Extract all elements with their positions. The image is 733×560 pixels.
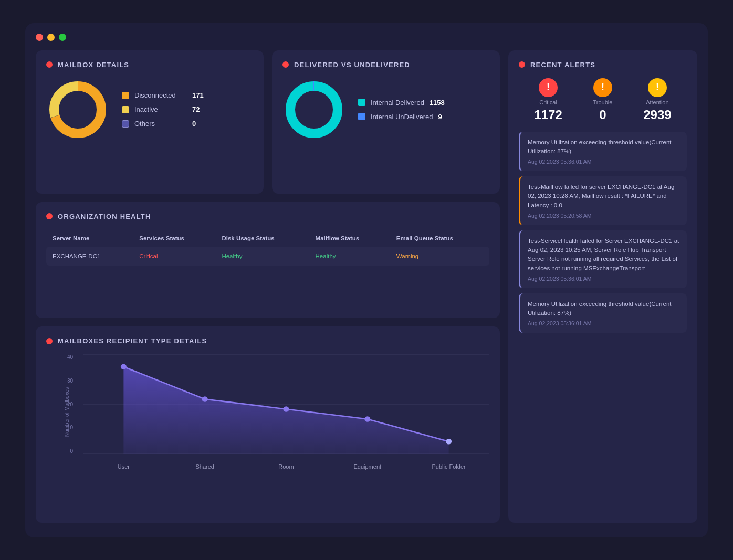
alert-item-3[interactable]: Test-ServiceHealth failed for Server EXC… bbox=[519, 230, 687, 288]
alerts-dot bbox=[519, 61, 525, 68]
critical-count: 1172 bbox=[534, 108, 562, 122]
int-delivered-label: Internal Delivered bbox=[371, 99, 424, 107]
x-label-room: Room bbox=[246, 463, 327, 470]
delivered-card: DELIVERED VS UNDELIVERED Internal De bbox=[272, 50, 500, 194]
alert-text-4: Memory Utilization exceeding threshold v… bbox=[528, 300, 679, 318]
alert-item-1[interactable]: Memory Utilization exceeding threshold v… bbox=[519, 132, 687, 172]
attention-icon: ! bbox=[648, 78, 667, 97]
trouble-counter: ! Trouble 0 bbox=[593, 78, 613, 122]
org-title: ORGANIZATION HEALTH bbox=[58, 213, 151, 220]
cell-mailflow: Healthy bbox=[309, 247, 390, 266]
mailbox-dot bbox=[46, 61, 53, 68]
others-color bbox=[122, 120, 129, 128]
line-chart-svg bbox=[83, 354, 489, 454]
alert-text-1: Memory Utilization exceeding threshold v… bbox=[528, 138, 679, 156]
col-mailflow: Mailflow Status bbox=[309, 230, 390, 247]
alerts-header: RECENT ALERTS bbox=[519, 61, 687, 69]
mailbox-title: MAILBOX DETAILS bbox=[58, 61, 129, 69]
col-queue: Email Queue Status bbox=[390, 230, 489, 247]
org-header: ORGANIZATION HEALTH bbox=[46, 213, 489, 220]
x-label-shared: Shared bbox=[164, 463, 246, 470]
int-delivered-color bbox=[358, 99, 365, 106]
delivered-content: Internal Delivered 1158 Internal UnDeliv… bbox=[282, 78, 489, 141]
critical-icon: ! bbox=[539, 78, 558, 97]
attention-count: 2939 bbox=[643, 108, 671, 122]
data-point-equipment bbox=[364, 416, 370, 422]
alert-text-3: Test-ServiceHealth failed for Server EXC… bbox=[528, 237, 679, 273]
mailbox-header: MAILBOX DETAILS bbox=[46, 61, 253, 69]
y-tick-0: 0 bbox=[67, 448, 76, 454]
y-tick-10: 10 bbox=[67, 425, 76, 430]
inactive-value: 72 bbox=[192, 105, 200, 113]
alert-time-1: Aug 02,2023 05:36:01 AM bbox=[528, 159, 679, 165]
delivered-title: DELIVERED VS UNDELIVERED bbox=[294, 61, 410, 69]
chart-area: Number of Mailboxes 0 10 20 30 40 bbox=[46, 354, 489, 470]
critical-counter: ! Critical 1172 bbox=[534, 78, 562, 122]
col-services: Services Status bbox=[133, 230, 215, 247]
minimize-dot[interactable] bbox=[47, 34, 55, 41]
alert-time-3: Aug 02,2023 05:36:01 AM bbox=[528, 276, 679, 282]
recent-alerts-card: RECENT ALERTS ! Critical 1172 ! Trouble … bbox=[508, 50, 697, 523]
int-undelivered-value: 9 bbox=[438, 113, 442, 121]
attention-label: Attention bbox=[646, 99, 668, 105]
cell-services: Critical bbox=[133, 247, 215, 266]
others-label: Others bbox=[134, 120, 187, 128]
chart-svg-wrapper bbox=[83, 354, 489, 454]
close-dot[interactable] bbox=[36, 34, 43, 41]
alerts-title: RECENT ALERTS bbox=[530, 61, 595, 69]
org-health-card: ORGANIZATION HEALTH Server Name Services… bbox=[36, 202, 500, 318]
x-label-public-folder: Public Folder bbox=[408, 463, 489, 470]
col-server: Server Name bbox=[46, 230, 133, 247]
mailbox-content: Disconnected 171 Inactive 72 Others 0 bbox=[46, 78, 253, 141]
int-delivered-value: 1158 bbox=[430, 99, 445, 107]
mailbox-details-card: MAILBOX DETAILS Disconn bbox=[36, 50, 264, 194]
chart-inner: 0 10 20 30 40 bbox=[67, 354, 489, 470]
alert-counters: ! Critical 1172 ! Trouble 0 ! Attention … bbox=[519, 78, 687, 122]
dashboard: MAILBOX DETAILS Disconn bbox=[36, 50, 697, 523]
trouble-icon: ! bbox=[593, 78, 612, 97]
org-dot bbox=[46, 213, 53, 219]
y-tick-40: 40 bbox=[67, 354, 76, 360]
legend-disconnected: Disconnected 171 bbox=[122, 91, 204, 99]
alert-text-2: Test-Mailflow failed for server EXCHANGE… bbox=[528, 183, 679, 210]
delivered-dot bbox=[282, 61, 289, 68]
int-undelivered-color bbox=[358, 113, 365, 120]
data-point-public bbox=[446, 439, 452, 445]
mailbox-donut bbox=[46, 78, 109, 141]
cell-queue: Warning bbox=[390, 247, 489, 266]
cell-server: EXCHANGE-DC1 bbox=[46, 247, 133, 266]
delivered-header: DELIVERED VS UNDELIVERED bbox=[282, 61, 489, 69]
chart-x-labels: User Shared Room Equipment Public Folder bbox=[83, 463, 489, 470]
x-label-user: User bbox=[83, 463, 164, 470]
alert-item-2[interactable]: Test-Mailflow failed for server EXCHANGE… bbox=[519, 176, 687, 225]
data-point-shared bbox=[202, 396, 208, 402]
main-window: MAILBOX DETAILS Disconn bbox=[25, 23, 708, 537]
cell-disk: Healthy bbox=[215, 247, 309, 266]
maximize-dot[interactable] bbox=[59, 34, 66, 41]
health-table: Server Name Services Status Disk Usage S… bbox=[46, 230, 489, 266]
disconnected-value: 171 bbox=[192, 91, 204, 99]
delivered-donut bbox=[282, 78, 345, 141]
table-row: EXCHANGE-DC1 Critical Healthy Healthy Wa… bbox=[46, 247, 489, 266]
attention-counter: ! Attention 2939 bbox=[643, 78, 671, 122]
mailbox-legend: Disconnected 171 Inactive 72 Others 0 bbox=[122, 91, 204, 128]
delivered-legend: Internal Delivered 1158 Internal UnDeliv… bbox=[358, 99, 445, 121]
data-point-user bbox=[121, 364, 127, 370]
legend-int-undelivered: Internal UnDelivered 9 bbox=[358, 113, 445, 121]
int-undelivered-label: Internal UnDelivered bbox=[371, 113, 433, 121]
col-disk: Disk Usage Status bbox=[215, 230, 309, 247]
data-point-room bbox=[283, 406, 289, 412]
inactive-color bbox=[122, 106, 129, 113]
alert-item-4[interactable]: Memory Utilization exceeding threshold v… bbox=[519, 293, 687, 333]
titlebar bbox=[36, 34, 697, 41]
legend-others: Others 0 bbox=[122, 120, 204, 128]
y-tick-30: 30 bbox=[67, 378, 76, 384]
legend-int-delivered: Internal Delivered 1158 bbox=[358, 99, 445, 107]
trouble-count: 0 bbox=[599, 108, 606, 122]
svg-point-4 bbox=[290, 86, 338, 133]
legend-inactive: Inactive 72 bbox=[122, 105, 204, 113]
others-value: 0 bbox=[192, 120, 196, 128]
recipient-dot bbox=[46, 338, 53, 344]
alert-time-4: Aug 02,2023 05:36:01 AM bbox=[528, 320, 679, 326]
disconnected-color bbox=[122, 92, 129, 99]
